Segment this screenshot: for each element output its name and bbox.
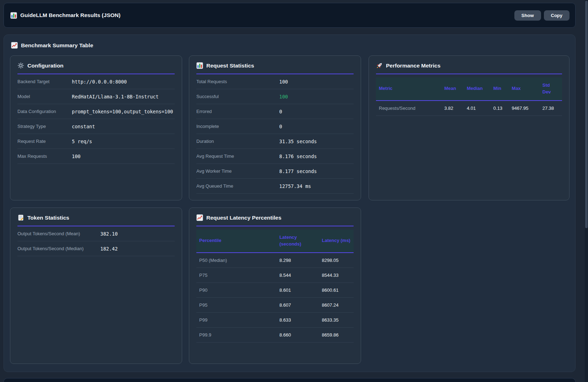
config-row: Max Requests100 (17, 149, 175, 164)
row-label: Errored (196, 109, 279, 114)
metric-stddev: 27.38 (540, 101, 562, 116)
scrollbar (585, 0, 588, 382)
row-value: 382.10 (100, 231, 118, 237)
row-value: 8.176 seconds (279, 154, 317, 159)
row-value: 12757.34 ms (279, 183, 311, 189)
percentile-name: P99.9 (196, 327, 276, 342)
row-value: constant (72, 124, 95, 129)
copy-button[interactable]: Copy (544, 10, 570, 21)
latency-seconds: 8.601 (276, 283, 319, 297)
percentile-name: P95 (196, 297, 276, 312)
card-title: Configuration (27, 63, 64, 69)
row-label: Data Configuration (17, 109, 72, 114)
page-title: GuideLLM Benchmark Results (JSON) (20, 12, 121, 18)
latency-percentiles-table: Percentile Latency (seconds) Latency (ms… (196, 230, 354, 343)
show-button[interactable]: Show (514, 10, 541, 21)
latency-ms: 8544.33 (319, 268, 354, 283)
request-statistics-card: Request Statistics Total Requests100 Suc… (189, 55, 361, 200)
config-row: Strategy Typeconstant (17, 119, 175, 134)
column-header: Metric (376, 77, 441, 101)
token-row: Output Tokens/Second (Mean)382.10 (17, 226, 175, 241)
column-header: Mean (441, 77, 464, 101)
row-label: Avg Request Time (196, 154, 279, 159)
section-heading: Benchmark Summary Table (11, 42, 93, 49)
row-label: Output Tokens/Second (Mean) (17, 231, 100, 236)
row-label: Total Requests (196, 79, 279, 84)
table-header-row: Percentile Latency (seconds) Latency (ms… (196, 230, 354, 253)
scrollbar-thumb[interactable] (585, 1, 588, 228)
config-row: ModelRedHatAI/Llama-3.1-8B-Instruct (17, 89, 175, 104)
table-row: P75 8.544 8544.33 (196, 268, 354, 283)
table-row: P95 8.607 8607.24 (196, 297, 354, 312)
row-label: Avg Queued Time (196, 183, 279, 189)
stat-row: Total Requests100 (196, 74, 354, 89)
row-label: Incomplete (196, 124, 279, 129)
token-row: Output Tokens/Second (Median)182.42 (17, 241, 175, 256)
metric-name: Requests/Second (376, 101, 441, 116)
latency-seconds: 8.633 (276, 312, 319, 327)
latency-ms: 8607.24 (319, 297, 354, 312)
latency-seconds: 8.298 (276, 253, 319, 268)
row-value: 8.177 seconds (279, 168, 317, 174)
stat-row: Avg Worker Time8.177 seconds (196, 164, 354, 179)
latency-seconds: 8.607 (276, 297, 319, 312)
stat-row: Errored0 (196, 104, 354, 119)
stat-row: Avg Request Time8.176 seconds (196, 149, 354, 164)
row-value: 100 (279, 79, 288, 85)
request-statistics-rows: Total Requests100 Successful100 Errored0… (196, 74, 354, 194)
row-value: RedHatAI/Llama-3.1-8B-Instruct (72, 94, 159, 99)
table-row: P99.9 8.660 8659.86 (196, 327, 354, 342)
metric-mean: 3.82 (441, 101, 464, 116)
benchmark-summary-section: Benchmark Summary Table Configuration Ba… (4, 34, 576, 372)
bar-chart-icon (196, 62, 203, 69)
title-divider (376, 74, 562, 74)
stat-row: Successful100 (196, 89, 354, 104)
row-value: http://0.0.0.0:8000 (72, 79, 127, 85)
card-title: Token Statistics (27, 215, 69, 221)
latency-ms: 8633.35 (319, 312, 354, 327)
latency-seconds: 8.660 (276, 327, 319, 342)
latency-ms: 8298.05 (319, 253, 354, 268)
token-statistics-card: Token Statistics Output Tokens/Second (M… (10, 208, 182, 364)
performance-metrics-table: Metric Mean Median Min Max Std Dev Reque… (376, 77, 562, 116)
row-value: 31.35 seconds (279, 139, 317, 144)
memo-icon (17, 214, 24, 221)
footer-section-edge (4, 378, 576, 382)
stat-row: Avg Queued Time12757.34 ms (196, 179, 354, 194)
header-buttons: Show Copy (514, 10, 570, 21)
percentile-name: P99 (196, 312, 276, 327)
card-title: Request Statistics (206, 63, 254, 69)
column-header: Min (491, 77, 509, 101)
stat-row: Duration31.35 seconds (196, 134, 354, 149)
row-label: Successful (196, 94, 279, 99)
row-value: 5 req/s (72, 139, 92, 144)
chart-increasing-icon (11, 42, 18, 49)
row-label: Backend Target (17, 79, 72, 84)
row-label: Strategy Type (17, 124, 72, 129)
column-header: Percentile (196, 230, 276, 253)
metric-min: 0.13 (491, 101, 509, 116)
latency-ms: 8659.86 (319, 327, 354, 342)
column-header: Latency (ms) (319, 230, 354, 253)
card-title: Request Latency Percentiles (206, 215, 281, 221)
token-statistics-rows: Output Tokens/Second (Mean)382.10 Output… (17, 226, 175, 256)
row-value: 182.42 (100, 246, 118, 252)
config-row: Backend Targethttp://0.0.0.0:8000 (17, 74, 175, 89)
table-row: P99 8.633 8633.35 (196, 312, 354, 327)
metric-median: 4.01 (464, 101, 491, 116)
card-title: Performance Metrics (386, 63, 440, 69)
request-latency-percentiles-card: Request Latency Percentiles Percentile L… (189, 208, 361, 364)
header-title-group: GuideLLM Benchmark Results (JSON) (10, 12, 121, 19)
title-divider (196, 226, 354, 226)
table-row: P90 8.601 8600.61 (196, 283, 354, 297)
rocket-icon (376, 62, 383, 69)
row-value: prompt_tokens=100,output_tokens=100 (72, 109, 173, 114)
section-heading-label: Benchmark Summary Table (21, 42, 93, 49)
metric-max: 9467.95 (509, 101, 540, 116)
latency-seconds: 8.544 (276, 268, 319, 283)
table-row: Requests/Second 3.82 4.01 0.13 9467.95 2… (376, 101, 562, 116)
column-header: Latency (seconds) (276, 230, 319, 253)
stat-row: Incomplete0 (196, 119, 354, 134)
row-label: Avg Worker Time (196, 168, 279, 174)
row-value: 100 (72, 154, 80, 159)
